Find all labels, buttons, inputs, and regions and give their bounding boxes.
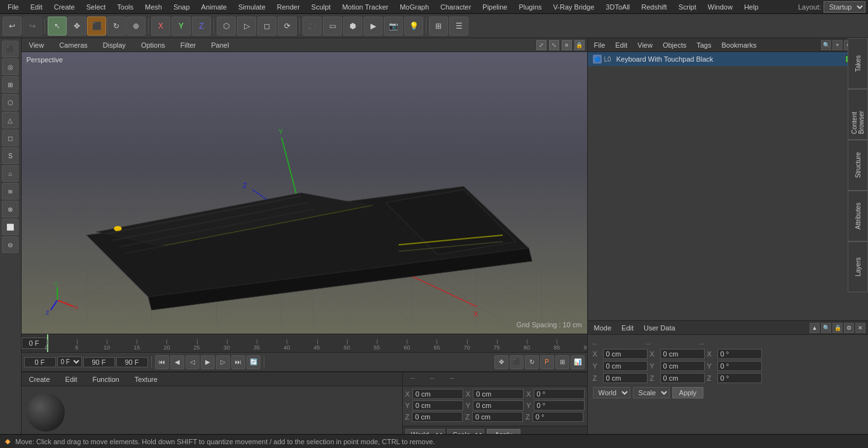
menu-sculpt[interactable]: Sculpt [306,2,336,12]
mat-tab-function[interactable]: Function [88,374,125,384]
attr-mode-tab[interactable]: Mode [590,323,616,333]
obj-edit-tab[interactable]: Edit [611,40,631,50]
menu-tools[interactable]: Tools [112,2,139,12]
size-z-input[interactable] [472,412,523,422]
vp-settings-button[interactable]: ≡ [562,40,572,50]
render-button[interactable]: ▶ [363,17,383,36]
rotate-tool-button[interactable]: ↻ [107,17,126,36]
timeline[interactable]: 0 F 051015202530354045505560657075808590 [22,334,587,353]
obj-tags-tab[interactable]: Tags [693,40,715,50]
rot-x-input[interactable] [534,389,585,399]
takes-tab[interactable]: Takes [848,38,868,89]
search-icon[interactable]: 🔍 [821,40,831,50]
menu-redshift[interactable]: Redshift [636,2,672,12]
pos-y-input[interactable] [412,400,463,411]
attr-pos-y[interactable] [603,361,648,371]
structure-tab[interactable]: Structure [848,140,868,191]
attr-edit-tab[interactable]: Edit [618,323,637,333]
menu-snap[interactable]: Snap [168,2,195,12]
attr-world-dropdown[interactable]: World [593,387,630,398]
rot-z-input[interactable] [532,412,583,422]
attr-size-y[interactable] [660,361,705,371]
vp-tab-filter[interactable]: Filter [175,40,201,50]
object-mode-button[interactable]: ⬡ [217,17,236,36]
menu-3dtoall[interactable]: 3DToAll [600,2,635,12]
mat-tab-texture[interactable]: Texture [130,374,163,384]
pos-x-input[interactable] [412,389,463,399]
menu-window[interactable]: Window [703,2,738,12]
attr-pos-x[interactable] [603,349,648,359]
snap-settings-button[interactable]: ☰ [449,17,468,36]
x-axis-button[interactable]: X [151,17,170,36]
obj-add-icon[interactable]: + [832,40,843,50]
material-ball[interactable] [27,393,65,431]
z-axis-button[interactable]: Z [192,17,211,36]
mat-tab-edit[interactable]: Edit [60,374,83,384]
render-settings-button[interactable]: ⬢ [343,17,362,36]
vertex-mode-button[interactable]: ⟳ [278,17,297,36]
move-tool-button[interactable]: ✥ [67,17,86,36]
play-button[interactable]: ▶ [201,355,215,369]
attr-size-x[interactable] [660,349,705,359]
vp-lock-button[interactable]: 🔒 [574,40,585,50]
sidebar-tool-4[interactable]: ⬡ [2,94,18,111]
attr-settings-icon[interactable]: ⚙ [844,323,854,333]
select-tool-button[interactable]: ↖ [48,17,67,36]
menu-pipeline[interactable]: Pipeline [477,2,512,12]
layout-dropdown[interactable]: Startup [824,1,865,13]
rot-y-input[interactable] [534,400,585,411]
attr-apply-button[interactable]: Apply [672,387,704,398]
attr-rot-z[interactable] [717,373,762,383]
timeline-frame-display[interactable]: 0 F [22,337,47,349]
mat-tab-create[interactable]: Create [24,374,55,384]
attr-pos-z[interactable] [603,373,648,383]
y-axis-button[interactable]: Y [172,17,191,36]
attr-search-icon[interactable]: 🔍 [821,323,831,333]
auto-keyframe-button[interactable]: ↻ [525,355,539,369]
sidebar-tool-5[interactable]: △ [2,112,18,128]
edge-mode-button[interactable]: ▷ [237,17,256,36]
layers-tab[interactable]: Layers [848,241,868,292]
size-y-input[interactable] [473,400,524,411]
menu-help[interactable]: Help [739,2,764,12]
attr-scale-dropdown[interactable]: Scale [633,387,670,398]
vp-tab-display[interactable]: Display [98,40,131,50]
vp-expand-button[interactable]: ⤢ [536,40,546,50]
obj-objects-tab[interactable]: Objects [659,40,690,50]
menu-animate[interactable]: Animate [196,2,232,12]
sidebar-tool-1[interactable]: ⬛ [2,41,18,57]
menu-render[interactable]: Render [272,2,305,12]
play-reverse-button[interactable]: ◁ [186,355,200,369]
menu-plugins[interactable]: Plugins [513,2,546,12]
camera-button[interactable]: 🎥 [302,17,322,36]
sidebar-tool-2[interactable]: ◎ [2,58,18,75]
menu-simulate[interactable]: Simulate [233,2,271,12]
menu-vray[interactable]: V-Ray Bridge [548,2,600,12]
prev-frame-button[interactable]: ◀ [170,355,184,369]
sidebar-tool-9[interactable]: ≋ [2,183,18,200]
menu-create[interactable]: Create [49,2,80,12]
go-end-button[interactable]: ⏭ [231,355,245,369]
attr-userdata-tab[interactable]: User Data [640,323,679,333]
menu-mograph[interactable]: MoGraph [395,2,434,12]
add-keyframe-button[interactable]: ⬛ [510,355,524,369]
max-frame-input[interactable] [116,357,148,367]
dope-sheet-button[interactable]: ⊞ [555,355,569,369]
vp-tab-options[interactable]: Options [136,40,170,50]
render-region-button[interactable]: ▭ [323,17,342,36]
attr-close-icon[interactable]: ✕ [855,323,865,333]
menu-motion-tracker[interactable]: Motion Tracker [337,2,393,12]
sidebar-tool-3[interactable]: ⊞ [2,76,18,93]
timeline-button[interactable]: 📊 [571,355,585,369]
vp-tab-panel[interactable]: Panel [206,40,234,50]
menu-character[interactable]: Character [435,2,476,12]
sidebar-tool-8[interactable]: ⌂ [2,165,18,182]
pose-button[interactable]: P [540,355,554,369]
undo-button[interactable]: ↩ [3,17,22,36]
menu-script[interactable]: Script [674,2,702,12]
menu-edit[interactable]: Edit [25,2,48,12]
scale-tool-button[interactable]: ⬛ [87,17,106,36]
sidebar-tool-7[interactable]: S [2,147,18,164]
obj-bookmarks-tab[interactable]: Bookmarks [717,40,760,50]
end-frame-input[interactable] [83,357,115,367]
